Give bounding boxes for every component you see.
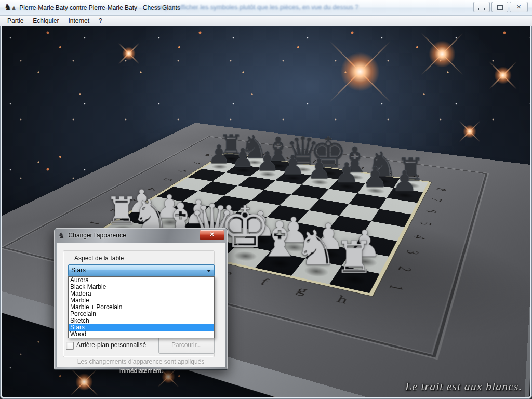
- appearance-option[interactable]: Wood: [69, 331, 214, 338]
- combobox-value: Stars: [71, 267, 86, 274]
- dialog-body: Aspect de la table Stars AuroraBlack Mar…: [56, 243, 225, 367]
- minimize-icon: [478, 8, 485, 10]
- glass-ghost-text: ne pas afficher les symboles plutôt que …: [156, 4, 364, 11]
- appearance-option[interactable]: Madera: [69, 290, 214, 297]
- dialog-knight-icon: ♞: [58, 231, 65, 240]
- piece-black-pawn[interactable]: ♟: [375, 167, 434, 196]
- dialog-close-button[interactable]: ✕: [200, 230, 224, 240]
- appearance-option[interactable]: Porcelain: [69, 311, 214, 317]
- appearance-option[interactable]: Stars: [69, 324, 214, 331]
- main-window: ♞♟ Pierre-Marie Baty contre Pierre-Marie…: [0, 0, 532, 399]
- table-aspect-combobox[interactable]: Stars: [68, 264, 215, 276]
- dialog-status-text: Les changements d'apparence sont appliqu…: [57, 357, 225, 367]
- menu-item-partie[interactable]: Partie: [3, 16, 28, 26]
- dialog-title-bar[interactable]: ♞ Changer l'apparence ✕: [54, 228, 228, 243]
- dialog-close-icon: ✕: [209, 231, 214, 237]
- menu-item-help[interactable]: ?: [94, 16, 107, 26]
- chevron-down-icon: [207, 270, 211, 272]
- menu-item-internet[interactable]: Internet: [63, 16, 94, 26]
- chess-knight-app-icon: ♞♟: [4, 3, 16, 12]
- maximize-icon: [497, 5, 503, 10]
- custom-background-checkbox[interactable]: [66, 342, 74, 350]
- maximize-button[interactable]: [491, 2, 508, 12]
- turn-status-text: Le trait est aux blancs.: [405, 380, 522, 393]
- menu-bar: PartieEchiquierInternet?: [0, 16, 532, 26]
- window-controls: ✕: [473, 2, 528, 12]
- groupbox-label: Aspect de la table: [72, 255, 126, 262]
- close-button[interactable]: ✕: [510, 2, 528, 12]
- menu-item-echiquier[interactable]: Echiquier: [28, 16, 63, 26]
- browse-button[interactable]: Parcourir...: [158, 337, 215, 354]
- dialog-title: Changer l'apparence: [69, 232, 126, 239]
- close-icon: ✕: [516, 4, 521, 10]
- minimize-button[interactable]: [473, 2, 490, 12]
- appearance-listbox[interactable]: AuroraBlack MarbleMaderaMarbleMarble + P…: [68, 276, 215, 338]
- appearance-option[interactable]: Sketch: [69, 317, 214, 324]
- checkbox-label: Arrière-plan personnalisé: [76, 341, 146, 349]
- title-bar: ♞♟ Pierre-Marie Baty contre Pierre-Marie…: [0, 0, 532, 16]
- piece-white-rook[interactable]: ♜: [314, 236, 395, 281]
- appearance-dialog: ♞ Changer l'apparence ✕ Aspect de la tab…: [54, 228, 228, 370]
